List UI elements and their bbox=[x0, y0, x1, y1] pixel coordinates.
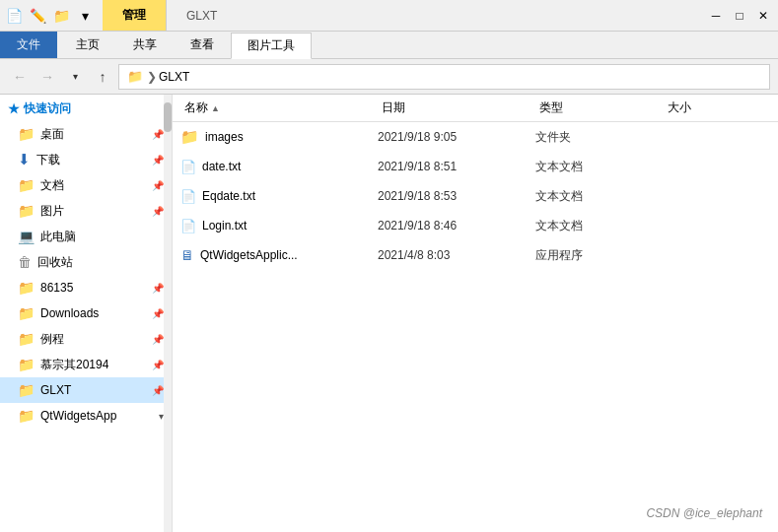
minimize-button[interactable]: ─ bbox=[705, 5, 727, 27]
sidebar-item-label: 86135 bbox=[40, 281, 73, 295]
sidebar: ★ 快速访问 📁 桌面 📌 ⬇ 下载 📌 📁 文档 📌 📁 图 bbox=[0, 95, 173, 532]
sidebar-item-desktop[interactable]: 📁 桌面 📌 bbox=[0, 121, 172, 147]
sidebar-item-glxt[interactable]: 📁 GLXT 📌 bbox=[0, 377, 172, 403]
file-area: 名称 ▲ 日期 类型 大小 📁 images 2021/9/ bbox=[173, 95, 778, 532]
file-row[interactable]: 📄 Eqdate.txt 2021/9/18 8:53 文本文档 bbox=[173, 181, 778, 211]
sidebar-item-label: 桌面 bbox=[40, 126, 64, 143]
file-row[interactable]: 📄 date.txt 2021/9/18 8:51 文本文档 bbox=[173, 152, 778, 181]
sidebar-item-recycle[interactable]: 🗑 回收站 bbox=[0, 249, 172, 275]
window-controls: ─ □ ✕ bbox=[705, 5, 774, 27]
sidebar-item-label: 回收站 bbox=[37, 254, 73, 271]
folder-blue-icon: 📁 bbox=[18, 203, 35, 219]
main-layout: ★ 快速访问 📁 桌面 📌 ⬇ 下载 📌 📁 文档 📌 📁 图 bbox=[0, 95, 778, 532]
sidebar-item-label: 例程 bbox=[40, 331, 64, 348]
file-cell-type: 文本文档 bbox=[535, 159, 664, 175]
address-folder-icon: 📁 bbox=[127, 69, 143, 84]
folder-icon: 📁 bbox=[180, 128, 199, 146]
sidebar-item-qtwidgets[interactable]: 📁 QtWidgetsApp ▾ bbox=[0, 403, 172, 429]
sidebar-item-label: 文档 bbox=[40, 177, 64, 194]
col-header-type[interactable]: 类型 bbox=[535, 95, 664, 121]
ribbon-tab-file[interactable]: 文件 bbox=[0, 32, 57, 58]
pin-icon: 📌 bbox=[152, 308, 164, 319]
sidebar-item-86135[interactable]: 📁 86135 📌 bbox=[0, 275, 172, 300]
file-cell-type: 文本文档 bbox=[535, 218, 664, 234]
titlebar-icons: 📄 ✏️ 📁 ▾ bbox=[4, 6, 95, 26]
quick-access-header[interactable]: ★ 快速访问 bbox=[0, 95, 172, 121]
folder-yellow-icon: 📁 bbox=[18, 331, 35, 347]
folder-icon[interactable]: 📁 bbox=[51, 6, 71, 26]
exe-icon: 🖥 bbox=[180, 247, 194, 263]
file-row[interactable]: 📄 Login.txt 2021/9/18 8:46 文本文档 bbox=[173, 211, 778, 240]
sidebar-item-thispc[interactable]: 💻 此电脑 bbox=[0, 224, 172, 249]
ribbon-tab-view[interactable]: 查看 bbox=[174, 32, 231, 58]
pin-icon: 📌 bbox=[152, 360, 164, 370]
address-bar: ← → ▾ ↑ 📁 ❯ GLXT bbox=[0, 59, 778, 95]
sidebar-scroll-thumb[interactable] bbox=[164, 102, 172, 132]
maximize-button[interactable]: □ bbox=[729, 5, 750, 27]
title-tabs: 管理 GLXT bbox=[103, 0, 705, 31]
folder-yellow-icon: 📁 bbox=[18, 305, 35, 321]
star-icon: ★ bbox=[8, 101, 20, 116]
dropdown-icon[interactable]: ▾ bbox=[75, 6, 95, 26]
title-tab-right-label: GLXT bbox=[167, 0, 237, 31]
txt-icon: 📄 bbox=[180, 160, 196, 174]
back-button[interactable]: ← bbox=[8, 65, 32, 89]
pin-icon: 📌 bbox=[152, 155, 164, 166]
pin-icon: 📌 bbox=[152, 334, 164, 345]
ribbon-tab-picture-tools[interactable]: 图片工具 bbox=[231, 33, 312, 59]
folder-blue-icon: 📁 bbox=[18, 126, 35, 142]
folder-yellow-icon: 📁 bbox=[18, 382, 35, 398]
address-box[interactable]: 📁 ❯ GLXT bbox=[118, 64, 770, 90]
sidebar-item-label: 此电脑 bbox=[40, 229, 76, 245]
folder-yellow-icon: 📁 bbox=[18, 280, 35, 296]
title-tab-active[interactable]: 管理 bbox=[103, 0, 167, 31]
ribbon-tab-home[interactable]: 主页 bbox=[59, 32, 116, 58]
sidebar-scrollbar[interactable] bbox=[164, 95, 172, 532]
sidebar-item-label: QtWidgetsApp bbox=[40, 409, 116, 423]
file-cell-type: 应用程序 bbox=[535, 247, 664, 264]
title-tab-active-label: 管理 bbox=[122, 7, 146, 24]
sidebar-item-example[interactable]: 📁 例程 📌 bbox=[0, 326, 172, 352]
address-path: ❯ GLXT bbox=[147, 70, 189, 84]
ribbon-tab-share[interactable]: 共享 bbox=[116, 32, 174, 58]
col-header-size[interactable]: 大小 bbox=[664, 95, 770, 121]
file-row[interactable]: 📁 images 2021/9/18 9:05 文件夹 bbox=[173, 122, 778, 152]
sidebar-item-documents[interactable]: 📁 文档 📌 bbox=[0, 172, 172, 198]
file-cell-date: 2021/9/18 8:46 bbox=[378, 219, 535, 233]
pin-icon: 📌 bbox=[152, 283, 164, 294]
file-cell-date: 2021/9/18 9:05 bbox=[378, 130, 535, 144]
file-row[interactable]: 🖥 QtWidgetsApplic... 2021/4/8 8:03 应用程序 bbox=[173, 240, 778, 270]
sort-asc-icon: ▲ bbox=[211, 103, 220, 113]
txt-icon: 📄 bbox=[180, 189, 196, 204]
file-cell-name: 📁 images bbox=[180, 128, 378, 146]
edit-icon[interactable]: ✏️ bbox=[28, 6, 47, 26]
dropdown-nav-button[interactable]: ▾ bbox=[63, 65, 87, 89]
folder-blue-icon: 📁 bbox=[18, 177, 35, 193]
sidebar-item-muzongqi[interactable]: 📁 慕宗其20194 📌 bbox=[0, 352, 172, 377]
file-cell-name: 📄 date.txt bbox=[180, 160, 378, 174]
pin-icon: 📌 bbox=[152, 206, 164, 217]
sidebar-item-label: 图片 bbox=[40, 203, 64, 220]
file-cell-type: 文件夹 bbox=[535, 129, 664, 146]
sidebar-item-downloads[interactable]: ⬇ 下载 📌 bbox=[0, 147, 172, 172]
sidebar-item-label: 慕宗其20194 bbox=[40, 357, 108, 373]
recycle-icon: 🗑 bbox=[18, 254, 32, 270]
file-cell-date: 2021/9/18 8:53 bbox=[378, 189, 535, 203]
file-cell-name: 🖥 QtWidgetsApplic... bbox=[180, 247, 378, 263]
file-cell-date: 2021/9/18 8:51 bbox=[378, 160, 535, 173]
close-button[interactable]: ✕ bbox=[752, 5, 774, 27]
sidebar-item-downloads2[interactable]: 📁 Downloads 📌 bbox=[0, 300, 172, 326]
col-header-date[interactable]: 日期 bbox=[378, 95, 535, 121]
up-button[interactable]: ↑ bbox=[91, 65, 114, 89]
sidebar-scroll: ★ 快速访问 📁 桌面 📌 ⬇ 下载 📌 📁 文档 📌 📁 图 bbox=[0, 95, 172, 532]
forward-button[interactable]: → bbox=[35, 65, 59, 89]
file-list: 📁 images 2021/9/18 9:05 文件夹 📄 date.txt bbox=[173, 122, 778, 532]
folder-yellow-icon: 📁 bbox=[18, 408, 35, 424]
txt-icon: 📄 bbox=[180, 219, 196, 233]
computer-icon: 💻 bbox=[18, 229, 35, 244]
column-headers: 名称 ▲ 日期 类型 大小 bbox=[173, 95, 778, 122]
file-icon[interactable]: 📄 bbox=[4, 6, 24, 26]
col-header-name[interactable]: 名称 ▲ bbox=[180, 95, 378, 121]
file-cell-name: 📄 Eqdate.txt bbox=[180, 189, 378, 204]
sidebar-item-pictures[interactable]: 📁 图片 📌 bbox=[0, 198, 172, 224]
